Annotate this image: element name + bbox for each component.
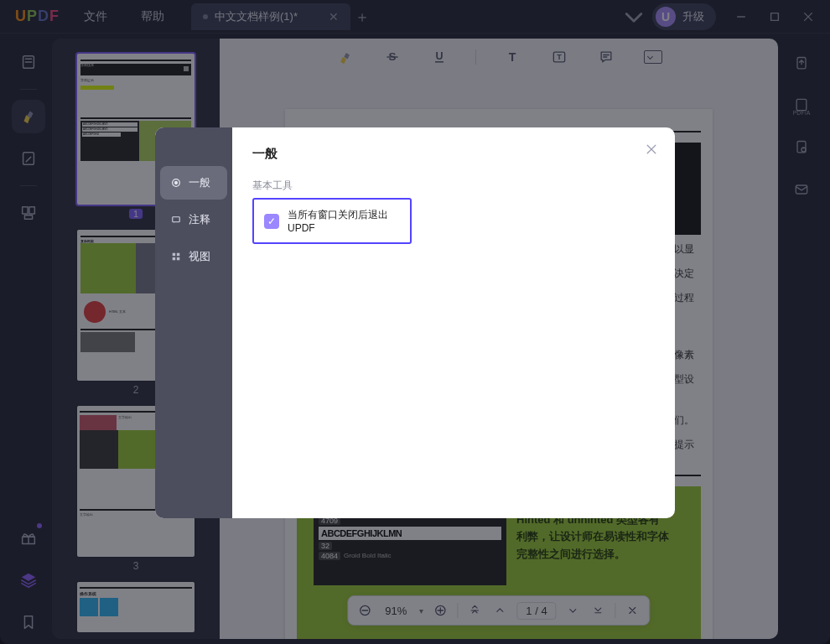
settings-tab-label: 一般 [189,175,210,190]
settings-section-label: 基本工具 [252,179,655,193]
settings-sidebar: 一般 注释 视图 [155,127,232,518]
settings-body: 一般 基本工具 ✓ 当所有窗口关闭后退出 UPDF [232,127,675,518]
settings-modal: 一般 注释 视图 一般 基本工具 ✓ 当所有窗口关闭后退出 UPDF [155,127,675,518]
settings-tab-comment[interactable]: 注释 [160,203,227,236]
svg-rect-24 [173,253,175,256]
modal-close-button[interactable] [640,138,663,161]
setting-label: 当所有窗口关闭后退出 UPDF [288,208,400,234]
settings-tab-view[interactable]: 视图 [160,240,227,273]
settings-tab-label: 视图 [189,249,210,264]
setting-exit-on-close[interactable]: ✓ 当所有窗口关闭后退出 UPDF [252,198,412,244]
svg-rect-27 [177,257,179,260]
svg-rect-26 [173,257,175,260]
checkbox-checked-icon[interactable]: ✓ [264,214,279,229]
svg-rect-23 [173,217,180,222]
settings-title: 一般 [252,146,655,162]
settings-tab-general[interactable]: 一般 [160,166,227,200]
svg-rect-25 [177,253,179,256]
comment-icon [170,214,182,226]
radio-selected-icon [170,177,182,189]
settings-tab-label: 注释 [189,212,210,227]
svg-point-22 [174,181,178,184]
settings-modal-backdrop[interactable]: 一般 注释 视图 一般 基本工具 ✓ 当所有窗口关闭后退出 UPDF [0,0,830,644]
grid-icon [170,251,182,262]
